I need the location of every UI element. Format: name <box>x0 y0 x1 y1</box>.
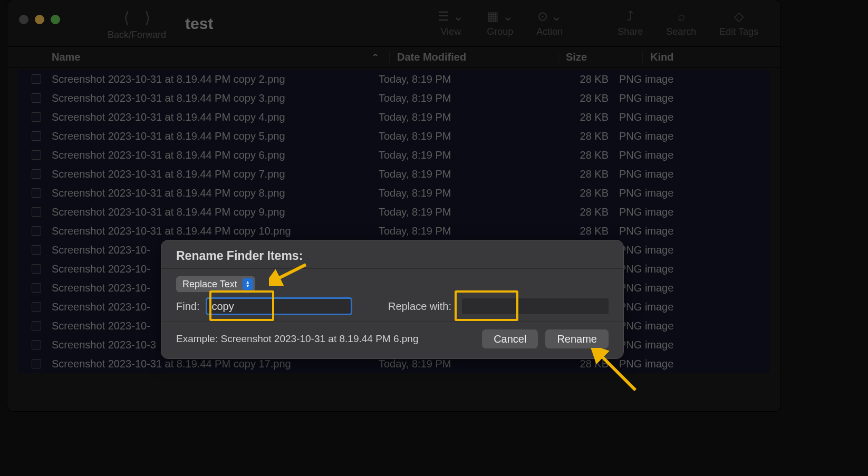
file-kind: PNG image <box>619 92 770 104</box>
column-date-modified[interactable]: Date Modified <box>389 51 558 63</box>
rename-button[interactable]: Rename <box>545 329 609 348</box>
table-row[interactable]: Screenshot 2023-10-31 at 8.19.44 PM copy… <box>18 127 770 145</box>
example-text: Example: Screenshot 2023-10-31 at 8.19.4… <box>176 333 475 345</box>
file-name: Screenshot 2023-10-31 at 8.19.44 PM copy… <box>52 225 379 237</box>
file-size: 28 KB <box>547 187 619 199</box>
titlebar: ⟨ ⟩ Back/Forward test ☰ ⌄ View ▦ ⌄ Group… <box>7 0 780 46</box>
file-size: 28 KB <box>547 92 619 104</box>
row-checkbox[interactable] <box>32 359 41 368</box>
search-icon: ⌕ <box>678 8 685 24</box>
back-forward-group: ⟨ ⟩ Back/Forward <box>108 5 166 41</box>
file-kind: PNG image <box>619 206 770 218</box>
file-date: Today, 8:19 PM <box>379 73 547 85</box>
table-row[interactable]: Screenshot 2023-10-31 at 8.19.44 PM copy… <box>18 183 770 202</box>
file-size: 28 KB <box>547 73 619 85</box>
file-date: Today, 8:19 PM <box>379 130 547 142</box>
file-name: Screenshot 2023-10-31 at 8.19.44 PM copy… <box>52 111 379 123</box>
row-checkbox[interactable] <box>32 340 41 349</box>
minimize-window-button[interactable] <box>35 15 44 24</box>
row-checkbox[interactable] <box>32 264 41 274</box>
rename-dialog: Rename Finder Items: Replace Text ▲▼ Fin… <box>161 240 624 359</box>
share-toolbar-item[interactable]: ⤴ Share <box>618 8 643 37</box>
edit-tags-toolbar-item[interactable]: ◇ Edit Tags <box>719 8 758 37</box>
row-checkbox[interactable] <box>32 207 41 217</box>
file-kind: PNG image <box>619 282 770 294</box>
row-checkbox[interactable] <box>32 169 41 179</box>
row-checkbox[interactable] <box>32 321 41 331</box>
back-forward-label: Back/Forward <box>108 30 166 41</box>
search-toolbar-item[interactable]: ⌕ Search <box>666 8 696 37</box>
file-size: 28 KB <box>547 168 619 180</box>
row-checkbox[interactable] <box>32 150 41 160</box>
file-date: Today, 8:19 PM <box>379 149 547 161</box>
dialog-title: Rename Finder Items: <box>161 240 623 268</box>
file-name: Screenshot 2023-10-31 at 8.19.44 PM copy… <box>52 206 379 218</box>
file-name: Screenshot 2023-10-31 at 8.19.44 PM copy… <box>52 149 379 161</box>
file-kind: PNG image <box>619 320 770 332</box>
file-date: Today, 8:19 PM <box>379 111 547 123</box>
file-kind: PNG image <box>619 111 770 123</box>
table-row[interactable]: Screenshot 2023-10-31 at 8.19.44 PM copy… <box>18 221 770 240</box>
group-icon: ▦ ⌄ <box>487 8 513 24</box>
column-kind[interactable]: Kind <box>642 51 780 63</box>
column-name[interactable]: Name⌃ <box>52 51 389 63</box>
column-size[interactable]: Size <box>558 51 642 63</box>
file-kind: PNG image <box>619 187 770 199</box>
table-row[interactable]: Screenshot 2023-10-31 at 8.19.44 PM copy… <box>18 145 770 164</box>
file-kind: PNG image <box>619 130 770 142</box>
cancel-button[interactable]: Cancel <box>482 329 538 348</box>
tag-icon: ◇ <box>734 8 744 24</box>
file-size: 28 KB <box>547 358 619 370</box>
forward-icon[interactable]: ⟩ <box>144 8 151 27</box>
close-window-button[interactable] <box>19 15 28 24</box>
table-row[interactable]: Screenshot 2023-10-31 at 8.19.44 PM copy… <box>18 108 770 127</box>
file-kind: PNG image <box>619 358 770 370</box>
file-date: Today, 8:19 PM <box>379 358 547 370</box>
find-label: Find: <box>176 300 199 313</box>
zoom-window-button[interactable] <box>51 15 60 24</box>
row-checkbox[interactable] <box>32 74 41 84</box>
table-row[interactable]: Screenshot 2023-10-31 at 8.19.44 PM copy… <box>18 70 770 89</box>
back-icon[interactable]: ⟨ <box>123 8 130 27</box>
list-view-icon: ☰ ⌄ <box>438 8 464 24</box>
file-size: 28 KB <box>547 225 619 237</box>
file-size: 28 KB <box>547 130 619 142</box>
table-row[interactable]: Screenshot 2023-10-31 at 8.19.44 PM copy… <box>18 202 770 221</box>
traffic-lights <box>19 15 60 24</box>
column-header-row: Name⌃ Date Modified Size Kind <box>7 46 780 67</box>
row-checkbox[interactable] <box>32 188 41 198</box>
file-size: 28 KB <box>547 149 619 161</box>
file-name: Screenshot 2023-10-31 at 8.19.44 PM copy… <box>52 130 379 142</box>
file-name: Screenshot 2023-10-31 at 8.19.44 PM copy… <box>52 358 379 370</box>
row-checkbox[interactable] <box>32 245 41 255</box>
view-toolbar-item[interactable]: ☰ ⌄ View <box>438 8 464 37</box>
find-input[interactable] <box>206 297 352 315</box>
popup-arrows-icon: ▲▼ <box>243 278 253 290</box>
file-kind: PNG image <box>619 225 770 237</box>
replace-with-label: Replace with: <box>388 300 451 313</box>
file-date: Today, 8:19 PM <box>379 92 547 104</box>
file-date: Today, 8:19 PM <box>379 187 547 199</box>
file-name: Screenshot 2023-10-31 at 8.19.44 PM copy… <box>52 187 379 199</box>
file-kind: PNG image <box>619 263 770 275</box>
file-kind: PNG image <box>619 168 770 180</box>
file-kind: PNG image <box>619 149 770 161</box>
action-toolbar-item[interactable]: ⊙ ⌄ Action <box>536 8 563 37</box>
row-checkbox[interactable] <box>32 226 41 236</box>
table-row[interactable]: Screenshot 2023-10-31 at 8.19.44 PM copy… <box>18 164 770 183</box>
row-checkbox[interactable] <box>32 131 41 141</box>
file-name: Screenshot 2023-10-31 at 8.19.44 PM copy… <box>52 168 379 180</box>
row-checkbox[interactable] <box>32 93 41 103</box>
table-row[interactable]: Screenshot 2023-10-31 at 8.19.44 PM copy… <box>18 89 770 108</box>
action-icon: ⊙ ⌄ <box>537 8 562 24</box>
row-checkbox[interactable] <box>32 112 41 122</box>
row-checkbox[interactable] <box>32 283 41 293</box>
file-size: 28 KB <box>547 206 619 218</box>
window-title: test <box>185 15 213 33</box>
file-name: Screenshot 2023-10-31 at 8.19.44 PM copy… <box>52 73 379 85</box>
file-kind: PNG image <box>619 301 770 313</box>
rename-mode-popup[interactable]: Replace Text ▲▼ <box>176 276 255 292</box>
group-toolbar-item[interactable]: ▦ ⌄ Group <box>487 8 513 37</box>
row-checkbox[interactable] <box>32 302 41 312</box>
replace-with-input[interactable] <box>462 298 609 314</box>
